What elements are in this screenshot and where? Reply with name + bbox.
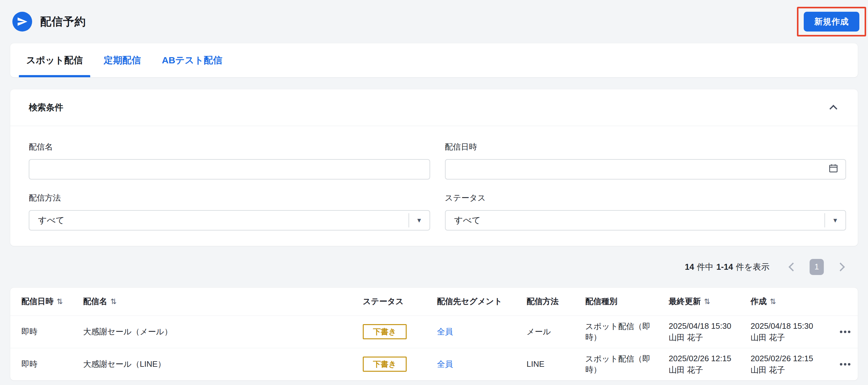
- sort-icon[interactable]: ⇅: [110, 297, 117, 306]
- cell-segment: 全員: [426, 316, 516, 348]
- results-table: 配信日時⇅ 配信名⇅ ステータス 配信先セグメント 配信方法 配信種別 最終更新…: [10, 288, 858, 380]
- results-summary: 14件中1-14件を表示: [685, 261, 769, 272]
- pagination-bar: 14件中1-14件を表示 1: [10, 246, 858, 288]
- field-delivery-name: 配信名: [29, 141, 430, 180]
- tab-bar: スポット配信 定期配信 ABテスト配信: [10, 43, 858, 77]
- collapse-chevron-up-icon[interactable]: [829, 105, 837, 113]
- tab-spot-delivery[interactable]: スポット配信: [19, 43, 90, 77]
- cell-delivery-name: 大感謝セール（LINE）: [72, 348, 352, 380]
- delivery-method-select[interactable]: すべて ▼: [29, 210, 430, 230]
- segment-link[interactable]: 全員: [437, 359, 453, 368]
- cell-created: 2025/04/18 15:30山田 花子: [740, 316, 822, 348]
- page-number-button[interactable]: 1: [810, 259, 824, 275]
- cell-delivery-datetime: 即時: [10, 348, 72, 380]
- search-panel-body: 配信名 配信日時: [10, 126, 858, 246]
- cell-updated: 2025/04/18 15:30山田 花子: [657, 316, 740, 348]
- page-header: 配信予約 新規作成: [0, 0, 868, 43]
- segment-link[interactable]: 全員: [437, 327, 453, 336]
- field-status: ステータス すべて ▼: [445, 193, 846, 230]
- dropdown-caret-icon[interactable]: ▼: [825, 211, 845, 230]
- cell-created: 2025/02/26 12:15山田 花子: [740, 348, 822, 380]
- col-header-status: ステータス: [352, 288, 426, 316]
- create-new-button[interactable]: 新規作成: [804, 12, 859, 32]
- cell-delivery-name: 大感謝セール（メール）: [72, 316, 352, 348]
- annotation-highlight: 新規作成: [797, 7, 866, 36]
- col-header-method: 配信方法: [516, 288, 574, 316]
- col-header-updated[interactable]: 最終更新⇅: [657, 288, 740, 316]
- status-select[interactable]: すべて ▼: [445, 210, 846, 230]
- delivery-datetime-input[interactable]: [445, 160, 846, 179]
- table-row: 即時 大感謝セール（LINE） 下書き 全員 LINE スポット配信（即時） 2…: [10, 348, 858, 380]
- status-selected-value: すべて: [454, 215, 481, 226]
- cell-type: スポット配信（即時）: [574, 348, 657, 380]
- search-panel-header: 検索条件: [10, 89, 858, 126]
- delivery-method-selected-value: すべて: [38, 215, 65, 226]
- table-row: 即時 大感謝セール（メール） 下書き 全員 メール スポット配信（即時） 202…: [10, 316, 858, 348]
- next-page-chevron-icon[interactable]: [836, 262, 845, 271]
- delivery-name-label: 配信名: [29, 141, 430, 152]
- dropdown-caret-icon[interactable]: ▼: [409, 211, 430, 230]
- delivery-datetime-input-wrap: [445, 159, 846, 180]
- cell-updated: 2025/02/26 12:15山田 花子: [657, 348, 740, 380]
- delivery-name-input-wrap: [29, 159, 430, 180]
- cell-delivery-datetime: 即時: [10, 316, 72, 348]
- col-header-segment: 配信先セグメント: [426, 288, 516, 316]
- calendar-icon[interactable]: [828, 163, 839, 176]
- status-badge: 下書き: [363, 357, 407, 372]
- delivery-reservation-page: 配信予約 新規作成 スポット配信 定期配信 ABテスト配信 検索条件 配信: [0, 0, 868, 385]
- row-actions-menu-icon[interactable]: [833, 363, 855, 365]
- status-badge: 下書き: [363, 324, 407, 339]
- delivery-method-label: 配信方法: [29, 193, 430, 203]
- prev-page-chevron-icon[interactable]: [788, 262, 797, 271]
- row-actions-menu-icon[interactable]: [833, 331, 855, 333]
- col-header-delivery-datetime[interactable]: 配信日時⇅: [10, 288, 72, 316]
- tab-ab-test-delivery[interactable]: ABテスト配信: [155, 43, 229, 77]
- col-header-type: 配信種別: [574, 288, 657, 316]
- sort-icon[interactable]: ⇅: [704, 297, 710, 306]
- col-header-delivery-name[interactable]: 配信名⇅: [72, 288, 352, 316]
- table-header-row: 配信日時⇅ 配信名⇅ ステータス 配信先セグメント 配信方法 配信種別 最終更新…: [10, 288, 858, 316]
- cell-segment: 全員: [426, 348, 516, 380]
- cell-type: スポット配信（即時）: [574, 316, 657, 348]
- col-header-created[interactable]: 作成⇅: [740, 288, 822, 316]
- search-title: 検索条件: [29, 102, 63, 114]
- status-label: ステータス: [445, 193, 846, 203]
- results-table-card: 配信日時⇅ 配信名⇅ ステータス 配信先セグメント 配信方法 配信種別 最終更新…: [10, 288, 858, 380]
- cell-method: メール: [516, 316, 574, 348]
- delivery-datetime-label: 配信日時: [445, 141, 846, 152]
- cell-status: 下書き: [352, 348, 426, 380]
- search-panel: 検索条件 配信名 配信日時: [10, 89, 858, 246]
- delivery-name-input[interactable]: [29, 160, 430, 179]
- tab-recurring-delivery[interactable]: 定期配信: [96, 43, 148, 77]
- col-header-actions: [822, 288, 858, 316]
- cell-status: 下書き: [352, 316, 426, 348]
- page-title: 配信予約: [40, 14, 86, 29]
- field-delivery-method: 配信方法 すべて ▼: [29, 193, 430, 230]
- sort-icon[interactable]: ⇅: [57, 297, 63, 306]
- sort-icon[interactable]: ⇅: [770, 297, 776, 306]
- field-delivery-datetime: 配信日時: [445, 141, 846, 180]
- send-icon: [12, 12, 32, 32]
- cell-method: LINE: [516, 348, 574, 380]
